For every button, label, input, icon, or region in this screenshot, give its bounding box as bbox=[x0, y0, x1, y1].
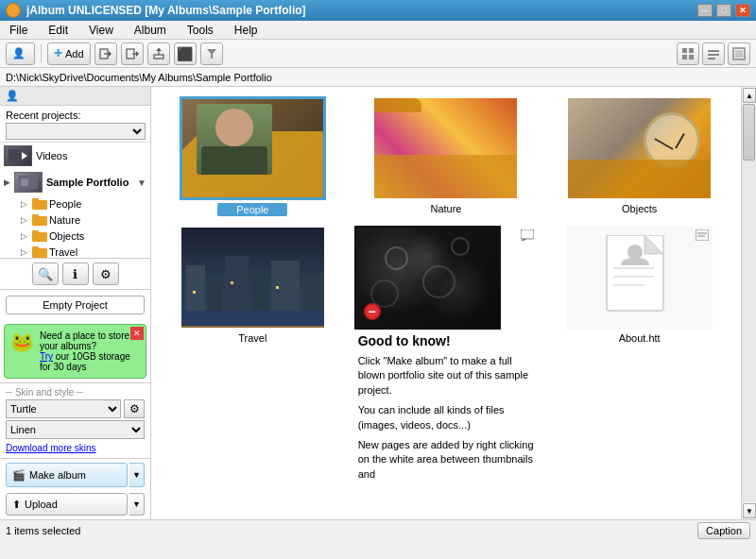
svg-marker-9 bbox=[207, 49, 216, 59]
make-album-button[interactable]: 🎬 Make album bbox=[6, 463, 128, 487]
skin-label: Skin and style bbox=[15, 387, 74, 398]
good-to-know-text: Good to know! Click "Make album" to make… bbox=[354, 330, 539, 491]
thumb-travel[interactable]: Travel bbox=[161, 226, 345, 491]
svg-rect-13 bbox=[689, 55, 694, 59]
make-album-row: 🎬 Make album ▼ bbox=[0, 458, 150, 491]
panel-buttons: 🔍 ℹ ⚙ bbox=[0, 258, 150, 289]
sign-in-label: 👤 bbox=[6, 90, 19, 101]
travel-label: Travel bbox=[238, 332, 266, 344]
svg-rect-12 bbox=[682, 55, 687, 59]
menu-album[interactable]: Album bbox=[129, 22, 172, 39]
menu-tools[interactable]: Tools bbox=[181, 22, 219, 39]
svg-marker-5 bbox=[136, 51, 139, 57]
svg-rect-14 bbox=[708, 50, 719, 52]
style-dropdown[interactable]: Linen bbox=[6, 420, 145, 439]
empty-project-button[interactable]: Empty Project bbox=[6, 296, 145, 314]
tree-item-travel[interactable]: ▷ Travel bbox=[0, 244, 150, 258]
svg-rect-10 bbox=[682, 48, 687, 53]
toolbar: 👤 ✚ Add ⬛ bbox=[0, 40, 756, 68]
upload-icon: ⬆ bbox=[12, 499, 21, 511]
thumb-nature[interactable]: Nature bbox=[354, 96, 539, 216]
objects-label: Objects bbox=[622, 203, 657, 214]
empty-project-section: Empty Project bbox=[0, 289, 150, 320]
thumb-objects[interactable]: Objects bbox=[547, 96, 731, 216]
caption-button[interactable]: Caption bbox=[697, 522, 750, 539]
tree-sample-portfolio-label: Sample Portfolio bbox=[46, 177, 129, 188]
ad-banner: ✕ 🐸 Need a place to store your albums? T… bbox=[4, 324, 146, 379]
sign-in-button[interactable]: 👤 bbox=[6, 42, 35, 65]
menu-bar: File Edit View Album Tools Help bbox=[0, 21, 756, 40]
tree-item-people[interactable]: ▷ People bbox=[0, 195, 150, 212]
tree-item-sample-portfolio[interactable]: ▶ Sample Portfolio ▼ bbox=[0, 169, 150, 195]
fullscreen-button[interactable] bbox=[728, 42, 750, 65]
filter-button[interactable] bbox=[200, 42, 223, 65]
svg-rect-15 bbox=[708, 54, 719, 56]
tree-item-nature[interactable]: ▷ Nature bbox=[0, 212, 150, 228]
scrollbar[interactable]: ▲ ▼ bbox=[741, 87, 756, 519]
grid-view-button[interactable] bbox=[677, 42, 699, 65]
svg-marker-2 bbox=[109, 51, 112, 57]
settings-panel-button[interactable]: ⚙ bbox=[93, 263, 119, 285]
svg-rect-24 bbox=[32, 198, 39, 202]
svg-rect-6 bbox=[154, 55, 163, 59]
svg-rect-19 bbox=[9, 149, 22, 162]
thumb-about[interactable]: About.htt bbox=[547, 226, 731, 344]
ad-frog-icon: 🐸 bbox=[10, 330, 34, 353]
upload-button[interactable]: ⬆ Upload bbox=[6, 493, 128, 516]
menu-view[interactable]: View bbox=[83, 22, 119, 39]
about-label: About.htt bbox=[619, 332, 661, 344]
svg-rect-35 bbox=[696, 229, 709, 241]
red-minus-icon: − bbox=[364, 303, 381, 320]
address-bar: D:\Nick\SkyDrive\Documents\My Albums\Sam… bbox=[0, 68, 756, 87]
upload-row: ⬆ Upload ▼ bbox=[0, 491, 150, 519]
skin-dropdown[interactable]: Turtle bbox=[6, 399, 121, 418]
recent-projects-dropdown[interactable] bbox=[6, 123, 146, 140]
svg-rect-16 bbox=[708, 58, 715, 59]
people-label: People bbox=[217, 203, 287, 216]
good-to-know-item: − Good to know! Click "Make album" to ma… bbox=[354, 226, 539, 491]
tree-travel-label: Travel bbox=[49, 246, 77, 258]
import-button[interactable] bbox=[94, 42, 117, 65]
project-tree: Videos ▶ Sample Portfolio ▼ ▷ People bbox=[0, 143, 150, 258]
window-title: jAlbum UNLICENSED [My Albums\Sample Port… bbox=[26, 4, 306, 17]
close-button[interactable]: ✕ bbox=[735, 4, 750, 17]
svg-point-43 bbox=[627, 245, 643, 260]
tree-videos-label: Videos bbox=[36, 150, 67, 161]
menu-file[interactable]: File bbox=[4, 22, 33, 39]
search-panel-button[interactable]: 🔍 bbox=[32, 263, 59, 285]
good-to-know-para1: Click "Make album" to make a full blown … bbox=[358, 354, 535, 398]
tree-item-objects[interactable]: ▷ Objects bbox=[0, 228, 150, 244]
recent-projects-label: Recent projects: bbox=[6, 110, 145, 121]
tree-people-label: People bbox=[49, 198, 81, 210]
add-icon: ✚ bbox=[54, 47, 62, 59]
good-to-know-title: Good to know! bbox=[358, 333, 535, 348]
ad-link[interactable]: Try bbox=[40, 351, 53, 362]
good-to-know-para3: New pages are added by right clicking on… bbox=[358, 438, 535, 482]
skin-section: ─ Skin and style ─ Turtle ⚙ Linen Downlo… bbox=[0, 382, 150, 458]
svg-marker-8 bbox=[156, 48, 162, 51]
info-panel-button[interactable]: ℹ bbox=[62, 263, 89, 285]
ad-close-button[interactable]: ✕ bbox=[130, 327, 144, 340]
svg-rect-28 bbox=[32, 230, 39, 234]
thumb-people[interactable]: Edit People bbox=[161, 96, 345, 216]
edit-view-button[interactable] bbox=[702, 42, 725, 65]
minimize-button[interactable]: ─ bbox=[697, 4, 713, 17]
upload-dropdown-arrow[interactable]: ▼ bbox=[129, 493, 145, 516]
add-button[interactable]: ✚ Add bbox=[47, 42, 91, 65]
upload-toolbar-button[interactable] bbox=[147, 42, 170, 65]
status-bar: 1 items selected Caption bbox=[0, 519, 756, 540]
tree-item-videos[interactable]: Videos bbox=[0, 143, 150, 169]
maximize-button[interactable]: □ bbox=[716, 4, 731, 17]
content-area: Edit People bbox=[151, 87, 741, 519]
download-skins-link[interactable]: Download more skins bbox=[6, 443, 96, 453]
svg-rect-11 bbox=[689, 48, 694, 53]
nature-label: Nature bbox=[430, 203, 461, 214]
skin-settings-button[interactable]: ⚙ bbox=[124, 399, 145, 418]
export-button[interactable] bbox=[121, 42, 144, 65]
sign-in-bar[interactable]: 👤 bbox=[0, 87, 150, 106]
menu-edit[interactable]: Edit bbox=[43, 22, 74, 39]
stop-button[interactable]: ⬛ bbox=[174, 42, 197, 65]
menu-help[interactable]: Help bbox=[229, 22, 264, 39]
svg-rect-26 bbox=[32, 214, 39, 218]
make-album-dropdown-arrow[interactable]: ▼ bbox=[129, 463, 145, 487]
